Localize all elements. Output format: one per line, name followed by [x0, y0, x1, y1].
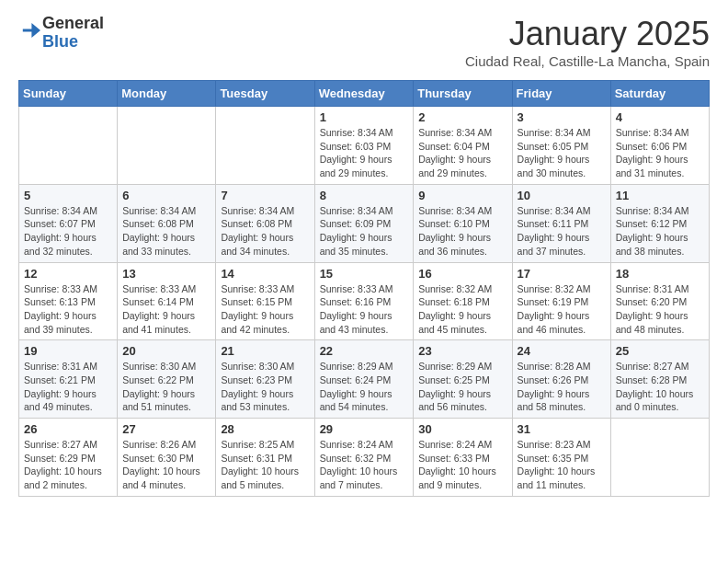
- day-number: 5: [24, 189, 112, 202]
- day-number: 21: [221, 344, 309, 358]
- day-info: Sunrise: 8:25 AM Sunset: 6:31 PM Dayligh…: [221, 438, 309, 492]
- calendar-cell: 6Sunrise: 8:34 AM Sunset: 6:08 PM Daylig…: [118, 184, 216, 262]
- calendar-cell: 5Sunrise: 8:34 AM Sunset: 6:07 PM Daylig…: [19, 184, 118, 262]
- calendar-cell: 10Sunrise: 8:34 AM Sunset: 6:11 PM Dayli…: [512, 184, 610, 262]
- location-subtitle: Ciudad Real, Castille-La Mancha, Spain: [465, 53, 710, 69]
- day-number: 18: [616, 267, 704, 281]
- calendar-cell: 15Sunrise: 8:33 AM Sunset: 6:16 PM Dayli…: [314, 262, 414, 340]
- day-number: 26: [24, 422, 112, 436]
- calendar-cell: [19, 107, 118, 185]
- calendar-cell: 13Sunrise: 8:33 AM Sunset: 6:14 PM Dayli…: [118, 262, 216, 340]
- calendar-cell: 18Sunrise: 8:31 AM Sunset: 6:20 PM Dayli…: [610, 262, 709, 340]
- calendar-cell: 26Sunrise: 8:27 AM Sunset: 6:29 PM Dayli…: [19, 419, 118, 497]
- day-info: Sunrise: 8:24 AM Sunset: 6:32 PM Dayligh…: [320, 438, 409, 492]
- day-info: Sunrise: 8:34 AM Sunset: 6:11 PM Dayligh…: [518, 204, 606, 259]
- day-of-week-header: Sunday: [19, 81, 118, 107]
- day-number: 8: [320, 189, 409, 202]
- day-info: Sunrise: 8:29 AM Sunset: 6:24 PM Dayligh…: [320, 360, 409, 414]
- calendar-cell: 23Sunrise: 8:29 AM Sunset: 6:25 PM Dayli…: [414, 340, 512, 419]
- day-number: 10: [518, 189, 606, 202]
- logo-general-text: General: [42, 14, 104, 32]
- calendar-cell: 30Sunrise: 8:24 AM Sunset: 6:33 PM Dayli…: [414, 419, 512, 497]
- month-title: January 2025: [465, 15, 710, 53]
- calendar-cell: 14Sunrise: 8:33 AM Sunset: 6:15 PM Dayli…: [216, 262, 314, 340]
- day-number: 13: [122, 267, 210, 281]
- day-number: 25: [616, 344, 704, 358]
- day-info: Sunrise: 8:34 AM Sunset: 6:03 PM Dayligh…: [320, 126, 409, 180]
- day-number: 1: [320, 110, 409, 124]
- day-info: Sunrise: 8:34 AM Sunset: 6:05 PM Dayligh…: [518, 126, 606, 180]
- day-number: 4: [616, 110, 704, 124]
- calendar-header-row: SundayMondayTuesdayWednesdayThursdayFrid…: [19, 81, 710, 107]
- day-number: 2: [418, 110, 506, 124]
- day-of-week-header: Thursday: [414, 81, 512, 107]
- day-info: Sunrise: 8:34 AM Sunset: 6:12 PM Dayligh…: [616, 204, 704, 259]
- day-number: 20: [122, 344, 210, 358]
- calendar-cell: 7Sunrise: 8:34 AM Sunset: 6:08 PM Daylig…: [216, 184, 314, 262]
- day-info: Sunrise: 8:34 AM Sunset: 6:09 PM Dayligh…: [320, 204, 409, 259]
- day-info: Sunrise: 8:33 AM Sunset: 6:15 PM Dayligh…: [221, 282, 309, 337]
- day-of-week-header: Tuesday: [216, 81, 314, 107]
- calendar-cell: 24Sunrise: 8:28 AM Sunset: 6:26 PM Dayli…: [512, 340, 610, 419]
- day-number: 6: [122, 189, 210, 202]
- day-info: Sunrise: 8:24 AM Sunset: 6:33 PM Dayligh…: [418, 438, 506, 492]
- calendar-cell: 25Sunrise: 8:27 AM Sunset: 6:28 PM Dayli…: [610, 340, 709, 419]
- calendar-cell: [610, 419, 709, 497]
- calendar-cell: [216, 107, 314, 185]
- calendar-cell: 28Sunrise: 8:25 AM Sunset: 6:31 PM Dayli…: [216, 419, 314, 497]
- day-info: Sunrise: 8:34 AM Sunset: 6:04 PM Dayligh…: [418, 126, 506, 180]
- day-info: Sunrise: 8:29 AM Sunset: 6:25 PM Dayligh…: [418, 360, 506, 414]
- day-number: 14: [221, 267, 309, 281]
- calendar-week-row: 12Sunrise: 8:33 AM Sunset: 6:13 PM Dayli…: [19, 262, 710, 340]
- day-number: 15: [320, 267, 409, 281]
- day-info: Sunrise: 8:34 AM Sunset: 6:10 PM Dayligh…: [418, 204, 506, 259]
- day-info: Sunrise: 8:27 AM Sunset: 6:29 PM Dayligh…: [24, 438, 112, 492]
- calendar-cell: 8Sunrise: 8:34 AM Sunset: 6:09 PM Daylig…: [314, 184, 414, 262]
- calendar-cell: 21Sunrise: 8:30 AM Sunset: 6:23 PM Dayli…: [216, 340, 314, 419]
- day-info: Sunrise: 8:33 AM Sunset: 6:13 PM Dayligh…: [24, 282, 112, 337]
- day-of-week-header: Wednesday: [314, 81, 414, 107]
- calendar-table: SundayMondayTuesdayWednesdayThursdayFrid…: [18, 80, 710, 497]
- day-info: Sunrise: 8:34 AM Sunset: 6:07 PM Dayligh…: [24, 204, 112, 259]
- day-number: 9: [418, 189, 506, 202]
- logo: General Blue: [18, 15, 104, 52]
- logo-blue-text: Blue: [42, 32, 78, 51]
- day-number: 28: [221, 422, 309, 436]
- svg-marker-0: [23, 23, 40, 38]
- day-info: Sunrise: 8:34 AM Sunset: 6:08 PM Dayligh…: [122, 204, 210, 259]
- day-info: Sunrise: 8:30 AM Sunset: 6:22 PM Dayligh…: [122, 360, 210, 414]
- day-info: Sunrise: 8:28 AM Sunset: 6:26 PM Dayligh…: [518, 360, 606, 414]
- calendar-week-row: 5Sunrise: 8:34 AM Sunset: 6:07 PM Daylig…: [19, 184, 710, 262]
- calendar-cell: 31Sunrise: 8:23 AM Sunset: 6:35 PM Dayli…: [512, 419, 610, 497]
- day-number: 31: [518, 422, 606, 436]
- calendar-cell: 4Sunrise: 8:34 AM Sunset: 6:06 PM Daylig…: [610, 107, 709, 185]
- day-of-week-header: Monday: [118, 81, 216, 107]
- day-number: 19: [24, 344, 112, 358]
- day-info: Sunrise: 8:31 AM Sunset: 6:21 PM Dayligh…: [24, 360, 112, 414]
- day-number: 30: [418, 422, 506, 436]
- logo-icon: [18, 21, 40, 40]
- calendar-cell: 27Sunrise: 8:26 AM Sunset: 6:30 PM Dayli…: [118, 419, 216, 497]
- calendar-week-row: 26Sunrise: 8:27 AM Sunset: 6:29 PM Dayli…: [19, 419, 710, 497]
- day-info: Sunrise: 8:32 AM Sunset: 6:18 PM Dayligh…: [418, 282, 506, 337]
- day-number: 7: [221, 189, 309, 202]
- calendar-cell: 22Sunrise: 8:29 AM Sunset: 6:24 PM Dayli…: [314, 340, 414, 419]
- calendar-cell: 1Sunrise: 8:34 AM Sunset: 6:03 PM Daylig…: [314, 107, 414, 185]
- day-number: 11: [616, 189, 704, 202]
- calendar-cell: 9Sunrise: 8:34 AM Sunset: 6:10 PM Daylig…: [414, 184, 512, 262]
- calendar-cell: 2Sunrise: 8:34 AM Sunset: 6:04 PM Daylig…: [414, 107, 512, 185]
- day-number: 16: [418, 267, 506, 281]
- day-of-week-header: Friday: [512, 81, 610, 107]
- day-number: 29: [320, 422, 409, 436]
- calendar-week-row: 19Sunrise: 8:31 AM Sunset: 6:21 PM Dayli…: [19, 340, 710, 419]
- day-number: 27: [122, 422, 210, 436]
- calendar-cell: 20Sunrise: 8:30 AM Sunset: 6:22 PM Dayli…: [118, 340, 216, 419]
- calendar-cell: 11Sunrise: 8:34 AM Sunset: 6:12 PM Dayli…: [610, 184, 709, 262]
- calendar-cell: 17Sunrise: 8:32 AM Sunset: 6:19 PM Dayli…: [512, 262, 610, 340]
- day-number: 24: [518, 344, 606, 358]
- calendar-cell: 3Sunrise: 8:34 AM Sunset: 6:05 PM Daylig…: [512, 107, 610, 185]
- day-number: 3: [518, 110, 606, 124]
- calendar-cell: 19Sunrise: 8:31 AM Sunset: 6:21 PM Dayli…: [19, 340, 118, 419]
- day-info: Sunrise: 8:33 AM Sunset: 6:16 PM Dayligh…: [320, 282, 409, 337]
- day-info: Sunrise: 8:32 AM Sunset: 6:19 PM Dayligh…: [518, 282, 606, 337]
